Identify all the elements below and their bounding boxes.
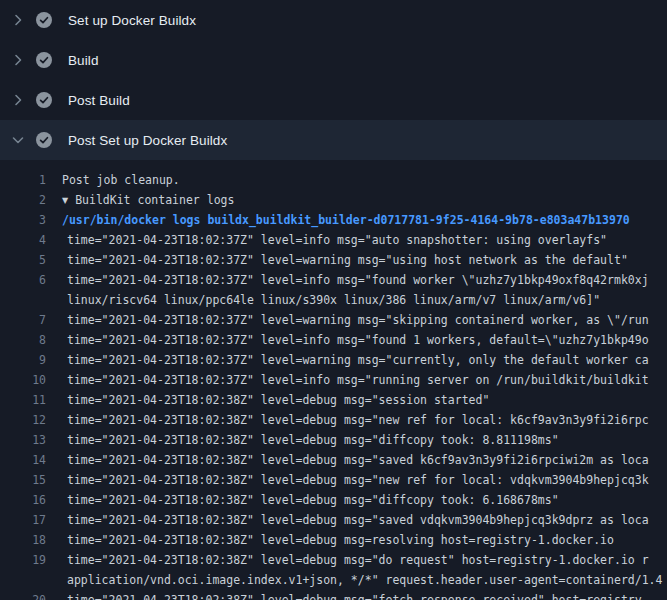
log-line: application/vnd.oci.image.index.v1+json,… <box>0 570 667 590</box>
log-line: 8 time="2021-04-23T18:02:37Z" level=info… <box>0 330 667 350</box>
line-number[interactable]: 9 <box>0 350 46 370</box>
actions-log-viewer: Set up Docker Buildx Build P <box>0 0 667 600</box>
line-text: time="2021-04-23T18:02:38Z" level=debug … <box>62 590 642 600</box>
check-circle-icon <box>36 92 52 108</box>
line-number[interactable]: 17 <box>0 510 46 530</box>
check-circle-icon <box>36 52 52 68</box>
line-number[interactable]: 14 <box>0 450 46 470</box>
log-line: 4 time="2021-04-23T18:02:37Z" level=info… <box>0 230 667 250</box>
line-number[interactable] <box>0 290 46 310</box>
chevron-icon <box>10 92 26 108</box>
line-number[interactable]: 16 <box>0 490 46 510</box>
line-number[interactable]: 8 <box>0 330 46 350</box>
line-text: time="2021-04-23T18:02:37Z" level=warnin… <box>62 310 649 330</box>
step-header-post-build[interactable]: Post Build <box>0 80 667 120</box>
line-text: time="2021-04-23T18:02:37Z" level=info m… <box>62 330 649 350</box>
line-number[interactable]: 1 <box>0 170 46 190</box>
line-number[interactable]: 4 <box>0 230 46 250</box>
log-line: 16 time="2021-04-23T18:02:38Z" level=deb… <box>0 490 667 510</box>
chevron-icon <box>10 12 26 28</box>
log-line: 11 time="2021-04-23T18:02:38Z" level=deb… <box>0 390 667 410</box>
step-name: Post Build <box>68 93 130 108</box>
line-number[interactable]: 11 <box>0 390 46 410</box>
line-text: time="2021-04-23T18:02:37Z" level=info m… <box>62 230 607 250</box>
group-toggle-icon[interactable]: ▼ <box>62 191 68 210</box>
log-line: 17 time="2021-04-23T18:02:38Z" level=deb… <box>0 510 667 530</box>
check-circle-icon <box>36 132 52 148</box>
step-name: Set up Docker Buildx <box>68 13 196 28</box>
log-line: 2 ▼BuildKit container logs <box>0 190 667 210</box>
line-number[interactable]: 20 <box>0 590 46 600</box>
log-line: 19 time="2021-04-23T18:02:38Z" level=deb… <box>0 550 667 570</box>
line-text: time="2021-04-23T18:02:38Z" level=debug … <box>62 410 649 430</box>
line-text: application/vnd.oci.image.index.v1+json,… <box>62 570 662 590</box>
line-text: time="2021-04-23T18:02:38Z" level=debug … <box>62 450 649 470</box>
check-circle-icon <box>36 12 52 28</box>
line-number[interactable]: 13 <box>0 430 46 450</box>
line-number[interactable]: 15 <box>0 470 46 490</box>
log-line: 20 time="2021-04-23T18:02:38Z" level=deb… <box>0 590 667 600</box>
line-number[interactable] <box>0 570 46 590</box>
chevron-icon <box>10 52 26 68</box>
line-number[interactable]: 3 <box>0 210 46 230</box>
line-number[interactable]: 6 <box>0 270 46 290</box>
line-text: time="2021-04-23T18:02:37Z" level=warnin… <box>62 350 649 370</box>
log-line: 3 /usr/bin/docker logs buildx_buildkit_b… <box>0 210 667 230</box>
line-text: time="2021-04-23T18:02:38Z" level=debug … <box>62 550 649 570</box>
line-text: /usr/bin/docker logs buildx_buildkit_bui… <box>62 210 630 230</box>
line-number[interactable]: 10 <box>0 370 46 390</box>
log-line: 18 time="2021-04-23T18:02:38Z" level=deb… <box>0 530 667 550</box>
line-number[interactable]: 18 <box>0 530 46 550</box>
line-number[interactable]: 19 <box>0 550 46 570</box>
step-name: Post Set up Docker Buildx <box>68 133 227 148</box>
step-list: Set up Docker Buildx Build P <box>0 0 667 160</box>
log-line: 1 Post job cleanup. <box>0 170 667 190</box>
line-number[interactable]: 12 <box>0 410 46 430</box>
step-header-post-set-up-docker-buildx[interactable]: Post Set up Docker Buildx <box>0 120 667 160</box>
log-area: 1 Post job cleanup. 2 ▼BuildKit containe… <box>0 160 667 600</box>
log-line: 7 time="2021-04-23T18:02:37Z" level=warn… <box>0 310 667 330</box>
line-text: time="2021-04-23T18:02:37Z" level=info m… <box>62 270 649 290</box>
line-text: time="2021-04-23T18:02:38Z" level=debug … <box>62 530 614 550</box>
line-text: time="2021-04-23T18:02:38Z" level=debug … <box>62 390 489 410</box>
log-line: linux/riscv64 linux/ppc64le linux/s390x … <box>0 290 667 310</box>
line-text: linux/riscv64 linux/ppc64le linux/s390x … <box>62 290 600 310</box>
log-line: 14 time="2021-04-23T18:02:38Z" level=deb… <box>0 450 667 470</box>
line-text: time="2021-04-23T18:02:38Z" level=debug … <box>62 490 559 510</box>
line-text: time="2021-04-23T18:02:38Z" level=debug … <box>62 430 559 450</box>
line-text: time="2021-04-23T18:02:37Z" level=warnin… <box>62 250 628 270</box>
line-text: time="2021-04-23T18:02:38Z" level=debug … <box>62 470 649 490</box>
line-text: ▼BuildKit container logs <box>62 190 234 210</box>
line-text: Post job cleanup. <box>62 170 180 190</box>
step-header-build[interactable]: Build <box>0 40 667 80</box>
log-line: 6 time="2021-04-23T18:02:37Z" level=info… <box>0 270 667 290</box>
step-name: Build <box>68 53 99 68</box>
log-line: 13 time="2021-04-23T18:02:38Z" level=deb… <box>0 430 667 450</box>
chevron-icon <box>10 132 26 148</box>
log-line: 10 time="2021-04-23T18:02:37Z" level=inf… <box>0 370 667 390</box>
step-header-set-up-docker-buildx[interactable]: Set up Docker Buildx <box>0 0 667 40</box>
log-line: 15 time="2021-04-23T18:02:38Z" level=deb… <box>0 470 667 490</box>
log-line: 5 time="2021-04-23T18:02:37Z" level=warn… <box>0 250 667 270</box>
group-title: BuildKit container logs <box>75 193 234 207</box>
log-line: 12 time="2021-04-23T18:02:38Z" level=deb… <box>0 410 667 430</box>
line-text: time="2021-04-23T18:02:38Z" level=debug … <box>62 510 649 530</box>
line-number[interactable]: 5 <box>0 250 46 270</box>
log-line: 9 time="2021-04-23T18:02:37Z" level=warn… <box>0 350 667 370</box>
line-number[interactable]: 7 <box>0 310 46 330</box>
line-number[interactable]: 2 <box>0 190 46 210</box>
line-text: time="2021-04-23T18:02:37Z" level=info m… <box>62 370 649 390</box>
